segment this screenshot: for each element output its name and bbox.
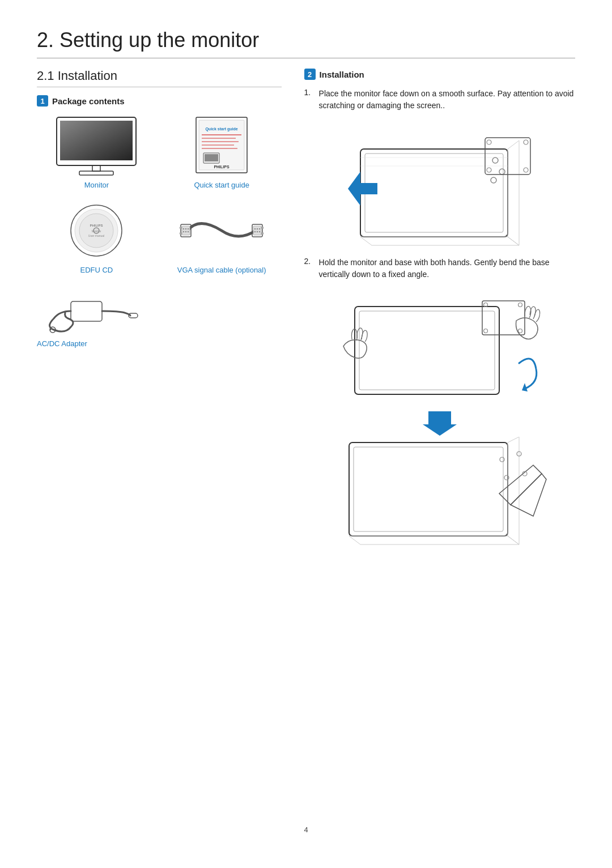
svg-rect-50 bbox=[365, 154, 503, 232]
guide-label: Quick start guide bbox=[194, 181, 249, 189]
package-contents-label: Package contents bbox=[52, 96, 125, 106]
svg-text:Monitor: Monitor bbox=[92, 229, 101, 233]
svg-point-36 bbox=[254, 228, 256, 229]
step2-illustration bbox=[304, 295, 575, 556]
svg-point-66 bbox=[518, 303, 522, 307]
package-item-monitor: Monitor bbox=[37, 114, 156, 189]
svg-point-55 bbox=[491, 177, 496, 183]
svg-rect-35 bbox=[253, 226, 261, 235]
down-arrow-svg bbox=[423, 409, 457, 437]
page-number: 4 bbox=[304, 826, 308, 834]
svg-point-67 bbox=[483, 329, 487, 333]
vga-label: VGA signal cable (optional) bbox=[177, 266, 266, 274]
page-title: 2. Setting up the monitor bbox=[37, 28, 575, 58]
right-column: 2 Installation 1. Place the monitor face… bbox=[299, 69, 575, 556]
svg-rect-71 bbox=[349, 442, 508, 536]
step2a-svg bbox=[332, 295, 547, 409]
svg-point-33 bbox=[180, 232, 182, 235]
svg-point-27 bbox=[185, 228, 186, 229]
package-item-guide: Quick start guide PHILIPS Quick start bbox=[162, 114, 282, 189]
svg-point-59 bbox=[487, 168, 491, 172]
svg-rect-4 bbox=[79, 171, 113, 175]
svg-rect-14 bbox=[205, 154, 218, 161]
svg-rect-25 bbox=[182, 226, 190, 235]
guide-illustration: Quick start guide PHILIPS bbox=[182, 114, 261, 177]
cd-illustration: PHILIPS Monitor User manual bbox=[62, 199, 130, 262]
svg-rect-44 bbox=[71, 301, 102, 321]
badge-1: 1 bbox=[37, 95, 48, 107]
svg-point-32 bbox=[180, 227, 182, 229]
svg-point-57 bbox=[487, 140, 491, 144]
package-contents-heading: 1 Package contents bbox=[37, 95, 282, 107]
svg-rect-49 bbox=[360, 149, 508, 237]
svg-point-42 bbox=[261, 227, 264, 229]
svg-rect-63 bbox=[359, 311, 495, 390]
svg-point-30 bbox=[185, 231, 186, 232]
step-1-text: Place the monitor face down on a smooth … bbox=[319, 88, 575, 112]
svg-point-53 bbox=[492, 158, 498, 163]
left-column: 2.1 Installation 1 Package contents bbox=[37, 69, 299, 556]
svg-point-41 bbox=[259, 231, 260, 232]
svg-rect-2 bbox=[60, 121, 133, 160]
installation-heading: 2 Installation bbox=[304, 69, 575, 80]
step-2-text: Hold the monitor and base with both hand… bbox=[319, 257, 575, 280]
installation-label: Installation bbox=[320, 70, 364, 79]
step-2-num: 2. bbox=[304, 257, 316, 287]
adapter-illustration bbox=[37, 284, 150, 335]
svg-point-37 bbox=[257, 228, 258, 229]
svg-point-40 bbox=[257, 231, 258, 232]
svg-point-54 bbox=[499, 169, 505, 175]
svg-point-38 bbox=[259, 228, 260, 229]
monitor-label: Monitor bbox=[84, 181, 109, 189]
step1-svg bbox=[332, 126, 547, 251]
page-footer: 4 bbox=[37, 809, 575, 834]
step1-illustration bbox=[304, 126, 575, 251]
step-1: 1. Place the monitor face down on a smoo… bbox=[304, 88, 575, 118]
package-grid: Monitor Quick start guide bbox=[37, 114, 282, 274]
step-2: 2. Hold the monitor and base with both h… bbox=[304, 257, 575, 287]
svg-point-58 bbox=[524, 140, 528, 144]
svg-marker-70 bbox=[423, 411, 457, 436]
svg-point-73 bbox=[500, 457, 504, 462]
cd-label: EDFU CD bbox=[80, 266, 113, 274]
svg-text:PHILIPS: PHILIPS bbox=[90, 224, 103, 227]
svg-rect-62 bbox=[355, 307, 499, 394]
svg-text:PHILIPS: PHILIPS bbox=[214, 165, 230, 169]
monitor-illustration bbox=[51, 114, 142, 177]
svg-point-29 bbox=[183, 231, 184, 232]
package-item-vga: VGA signal cable (optional) bbox=[162, 199, 282, 274]
svg-point-68 bbox=[518, 329, 522, 333]
main-content: 2.1 Installation 1 Package contents bbox=[37, 69, 575, 556]
svg-point-39 bbox=[254, 231, 256, 232]
svg-point-43 bbox=[261, 232, 264, 235]
svg-text:Quick start guide: Quick start guide bbox=[206, 127, 238, 131]
adapter-label: AC/DC Adapter bbox=[37, 339, 87, 348]
svg-rect-3 bbox=[92, 165, 100, 171]
package-item-adapter: AC/DC Adapter bbox=[37, 284, 282, 348]
step2b-svg bbox=[332, 437, 547, 556]
svg-point-28 bbox=[188, 228, 189, 229]
svg-point-60 bbox=[524, 168, 528, 172]
svg-rect-72 bbox=[354, 447, 503, 531]
svg-point-31 bbox=[188, 231, 189, 232]
svg-marker-61 bbox=[348, 172, 377, 206]
badge-2: 2 bbox=[304, 69, 316, 80]
package-item-cd: PHILIPS Monitor User manual EDFU CD bbox=[37, 199, 156, 274]
section-title: 2.1 Installation bbox=[37, 69, 282, 87]
page: 2. Setting up the monitor 2.1 Installati… bbox=[0, 0, 612, 868]
vga-illustration bbox=[176, 199, 267, 262]
svg-point-26 bbox=[183, 228, 184, 229]
step-1-num: 1. bbox=[304, 88, 316, 118]
svg-text:User manual: User manual bbox=[88, 234, 104, 237]
